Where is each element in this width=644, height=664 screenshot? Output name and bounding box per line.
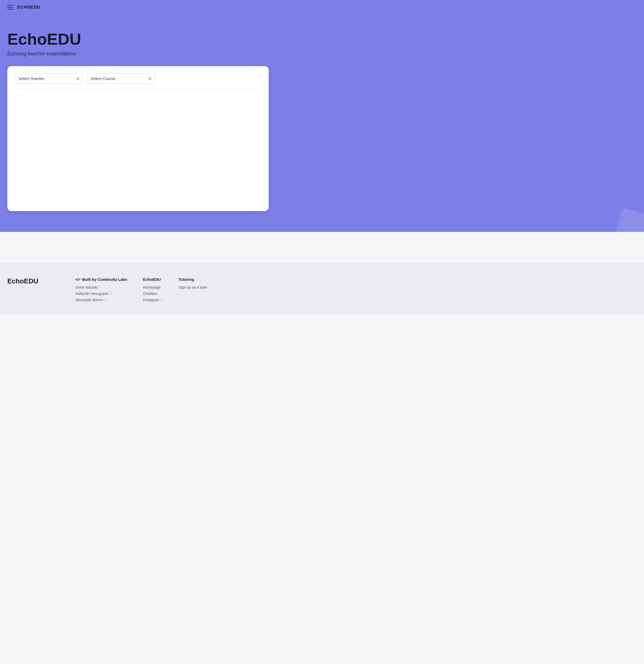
footer-col3-links: Sign up as a tutor (179, 285, 207, 289)
teacher-select[interactable]: Select Teacher (15, 74, 83, 84)
footer-col-tutoring: Tutoring Sign up as a tutor (179, 277, 207, 302)
external-link-icon: ↗ (104, 298, 107, 302)
hero-title: EchoEDU (7, 30, 637, 48)
footer-col1-links: Gene Iwasaki ↗ Vidhyuth Venugopal ↗ Alex… (75, 285, 127, 302)
navbar: ECHOEDU (0, 0, 644, 15)
footer-inner: EchoEDU </> Built by Continuity Labs Gen… (7, 277, 637, 302)
list-item: Vidhyuth Venugopal ↗ (75, 291, 127, 296)
footer-brand: EchoEDU (7, 277, 44, 285)
course-select-wrapper: Select Course ⇅ (87, 74, 155, 84)
list-item: Alexander Bonev ↗ (75, 298, 127, 302)
alexander-link[interactable]: Alexander Bonev ↗ (75, 298, 127, 302)
external-link-icon: ↗ (99, 286, 101, 289)
hero-subtitle: Echoing teacher expectations (7, 51, 637, 57)
external-link-icon: ↗ (109, 292, 111, 295)
nav-logo: ECHOEDU (17, 5, 41, 10)
main-spacer (0, 232, 644, 263)
list-item: Gene Iwasaki ↗ (75, 285, 127, 289)
hero-section: EchoEDU Echoing teacher expectations Sel… (0, 15, 644, 232)
external-link-icon: ↗ (160, 298, 163, 302)
gene-iwasaki-link[interactable]: Gene Iwasaki ↗ (75, 285, 127, 289)
charities-link[interactable]: Charities (143, 291, 163, 296)
list-item: Charities (143, 291, 163, 296)
list-item: Sign up as a tutor (179, 285, 207, 289)
footer-col1-title: </> Built by Continuity Labs (75, 277, 127, 282)
course-select[interactable]: Select Course (87, 74, 155, 84)
footer-columns: </> Built by Continuity Labs Gene Iwasak… (75, 277, 637, 302)
footer: EchoEDU </> Built by Continuity Labs Gen… (0, 263, 644, 314)
selects-row: Select Teacher ⇅ Select Course ⇅ (15, 74, 261, 84)
homepage-link[interactable]: Homepage (143, 285, 163, 289)
footer-col2-links: Homepage Charities Instagram ↗ (143, 285, 163, 302)
footer-col-echoedu: EchoEDU Homepage Charities In (143, 277, 163, 302)
hamburger-menu[interactable] (7, 5, 13, 9)
list-item: Instagram ↗ (143, 298, 163, 302)
main-card: Select Teacher ⇅ Select Course ⇅ (7, 66, 269, 211)
teacher-select-wrapper: Select Teacher ⇅ (15, 74, 83, 84)
content-area (15, 89, 261, 204)
signup-tutor-link[interactable]: Sign up as a tutor (179, 285, 207, 289)
code-icon: </> (75, 277, 81, 282)
list-item: Homepage (143, 285, 163, 289)
instagram-link[interactable]: Instagram ↗ (143, 298, 163, 302)
footer-col2-title: EchoEDU (143, 277, 163, 282)
vidhyuth-link[interactable]: Vidhyuth Venugopal ↗ (75, 291, 127, 296)
footer-col-continuity: </> Built by Continuity Labs Gene Iwasak… (75, 277, 127, 302)
footer-col3-title: Tutoring (179, 277, 207, 282)
